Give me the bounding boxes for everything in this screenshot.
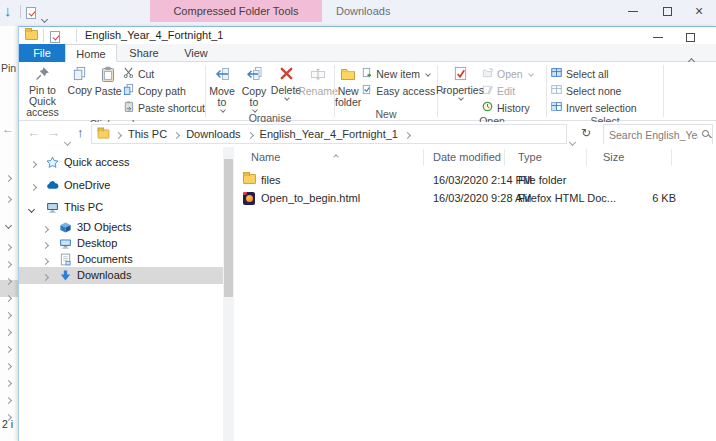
sidebar-item-downloads[interactable]: Downloads [19, 267, 223, 284]
copy-to-button[interactable]: Copy to [238, 64, 270, 112]
chevron-right-icon[interactable] [43, 270, 48, 282]
breadcrumb-downloads[interactable]: Downloads [181, 128, 245, 140]
sidebar-item-3d-objects[interactable]: 3D Objects [19, 219, 223, 236]
copy-button[interactable]: Copy [66, 64, 94, 96]
up-arrow-icon[interactable]: ↑ [77, 125, 84, 140]
copy-path-button[interactable]: Copy path [123, 83, 205, 98]
close-button[interactable]: × [684, 1, 714, 21]
folder-icon [243, 174, 256, 184]
tree-chevron-icon[interactable] [6, 188, 11, 206]
quick-access-toolbar-dropdown-icon[interactable] [42, 8, 47, 26]
scroll-down-icon[interactable] [226, 432, 230, 441]
column-divider[interactable] [586, 149, 587, 166]
new-item-icon [361, 67, 372, 80]
tree-chevron-icon[interactable] [6, 253, 11, 271]
file-row[interactable]: Open_to_begin.html 16/03/2020 9:28 AM Fi… [234, 189, 716, 207]
move-to-icon [214, 66, 230, 84]
tab-share[interactable]: Share [117, 44, 171, 62]
column-header-size[interactable]: Size [603, 151, 624, 163]
minimize-button[interactable] [618, 1, 648, 21]
tree-chevron-icon[interactable] [6, 270, 11, 288]
column-header-type[interactable]: Type [518, 151, 542, 163]
tree-chevron-icon[interactable] [6, 304, 11, 322]
titlebar: English_Year_4_Fortnight_1 × [19, 27, 716, 44]
scrollbar-thumb[interactable] [224, 159, 233, 297]
file-row[interactable]: files 16/03/2020 2:14 PM File folder [234, 171, 716, 189]
select-none-button[interactable]: Select none [551, 83, 637, 98]
tree-chevron-icon[interactable] [6, 389, 11, 407]
new-item-button[interactable]: New item [361, 66, 445, 81]
tree-chevron-icon[interactable] [6, 236, 11, 254]
sidebar-item-onedrive[interactable]: OneDrive [19, 177, 223, 194]
cut-button[interactable]: Cut [123, 66, 205, 81]
easy-access-button[interactable]: Easy access [361, 83, 445, 98]
column-header-name[interactable]: Name [251, 151, 280, 163]
tree-chevron-icon[interactable] [6, 321, 11, 339]
firefox-html-document-icon [243, 192, 255, 205]
dropdown-chevron-icon [458, 95, 464, 101]
column-divider[interactable] [671, 149, 672, 166]
back-arrow-icon[interactable]: ← [2, 122, 14, 136]
folder-icon [98, 130, 110, 139]
tree-chevron-icon[interactable] [6, 338, 11, 356]
column-divider[interactable] [504, 149, 505, 166]
breadcrumb-current-folder[interactable]: English_Year_4_Fortnight_1 [255, 128, 403, 140]
sidebar-item-quick-access[interactable]: Quick access [19, 154, 223, 171]
contextual-tab-compressed-folder-tools[interactable]: Compressed Folder Tools [150, 0, 322, 22]
ribbon-group-new: New folder New item Easy access New [335, 62, 437, 120]
tree-chevron-icon[interactable] [6, 167, 11, 185]
tree-chevron-icon[interactable] [6, 287, 11, 305]
chevron-right-icon[interactable] [43, 238, 48, 250]
copy-path-icon [123, 84, 134, 97]
tab-view[interactable]: View [171, 44, 221, 62]
explorer-window: English_Year_4_Fortnight_1 × File Home S… [18, 26, 716, 441]
chevron-right-icon[interactable] [31, 157, 36, 169]
column-divider[interactable] [423, 149, 424, 166]
status-bar-fragment: 2 i [2, 418, 13, 430]
rename-button: Rename [302, 64, 334, 97]
tab-file[interactable]: File [19, 44, 65, 62]
3d-objects-cube-icon [59, 221, 72, 236]
invert-selection-button[interactable]: Invert selection [551, 100, 637, 115]
paste-shortcut-button[interactable]: Paste shortcut [123, 100, 205, 115]
quick-access-toolbar-properties-icon[interactable] [26, 5, 36, 23]
properties-button[interactable]: Properties [438, 64, 482, 100]
tree-chevron-icon[interactable] [6, 372, 11, 390]
copy-icon [72, 66, 87, 83]
chevron-expanded-icon[interactable] [29, 202, 34, 214]
refresh-icon[interactable]: ↻ [581, 126, 591, 140]
easy-access-icon [361, 84, 372, 97]
pin-to-quick-access-button[interactable]: Pin to Quick access [19, 64, 66, 118]
invert-selection-icon [551, 101, 562, 114]
tree-chevron-icon[interactable] [6, 355, 11, 373]
search-input[interactable] [604, 126, 712, 144]
sidebar-item-documents[interactable]: Documents [19, 251, 223, 268]
sidebar-item-desktop[interactable]: Desktop [19, 235, 223, 252]
divider [20, 5, 21, 18]
ribbon-fragment-label: Pin [1, 62, 16, 74]
forward-arrow-icon[interactable]: → [47, 125, 60, 140]
sidebar-scrollbar[interactable] [223, 147, 234, 441]
column-header-date-modified[interactable]: Date modified [433, 151, 501, 163]
move-to-button[interactable]: Move to [206, 64, 238, 112]
tree-chevron-expanded-icon[interactable] [6, 214, 11, 232]
maximize-button[interactable] [652, 1, 682, 21]
breadcrumb-this-pc[interactable]: This PC [123, 128, 172, 140]
chevron-right-icon[interactable] [43, 254, 48, 266]
chevron-right-icon[interactable] [43, 222, 48, 234]
ribbon-tab-strip: File Home Share View [19, 44, 716, 62]
ribbon-group-select: Select all Select none Invert selection … [547, 62, 663, 120]
paste-button[interactable]: Paste [94, 64, 123, 97]
tab-home[interactable]: Home [65, 44, 117, 62]
background-window-left-fragment: Pin ← 2 i [0, 26, 18, 441]
search-box[interactable] [603, 124, 713, 144]
history-button[interactable]: History [482, 100, 533, 115]
select-all-button[interactable]: Select all [551, 66, 637, 81]
new-folder-button[interactable]: New folder [335, 64, 361, 108]
back-arrow-icon[interactable]: ← [27, 125, 40, 140]
sidebar-item-this-pc[interactable]: This PC [19, 199, 223, 216]
paste-icon [100, 66, 116, 84]
breadcrumb[interactable]: This PC Downloads English_Year_4_Fortnig… [91, 124, 567, 144]
chevron-right-icon[interactable] [31, 180, 36, 192]
divider [76, 29, 77, 42]
